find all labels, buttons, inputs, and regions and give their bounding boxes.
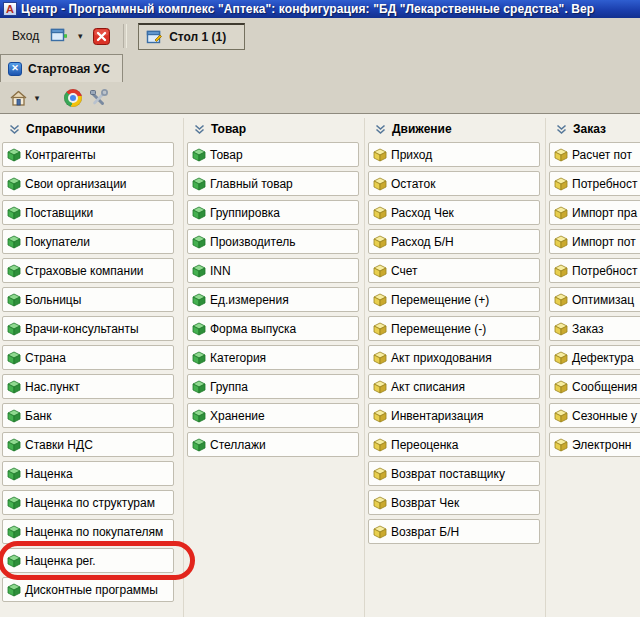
desk-tab-stol-1[interactable]: Стол 1 (1)	[138, 23, 245, 50]
collapse-chevron-icon[interactable]	[194, 124, 205, 135]
new-desk-button[interactable]	[48, 25, 70, 47]
item-label: Хранение	[210, 409, 265, 423]
list-item[interactable]: Страховые компании	[2, 258, 174, 283]
collapse-chevron-icon[interactable]	[9, 124, 20, 135]
list-item[interactable]: Дефектура	[549, 345, 640, 370]
list-item[interactable]: Электронн	[549, 432, 640, 457]
green-cube-icon	[7, 235, 21, 249]
green-cube-icon	[7, 438, 21, 452]
column-header[interactable]: Справочники	[2, 118, 179, 140]
list-item[interactable]: Наценка рег.	[2, 548, 174, 573]
item-label: Производитель	[210, 235, 295, 249]
new-desk-dropdown-arrow-icon[interactable]: ▾	[75, 31, 85, 41]
item-label: Акт списания	[391, 380, 465, 394]
list-item[interactable]: Сезонные у	[549, 403, 640, 428]
list-item[interactable]: Нас.пункт	[2, 374, 174, 399]
yellow-cube-icon	[373, 322, 387, 336]
list-item[interactable]: Группировка	[187, 200, 359, 225]
list-item[interactable]: Главный товар	[187, 171, 359, 196]
yellow-cube-icon	[554, 322, 568, 336]
green-cube-icon	[7, 177, 21, 191]
list-item[interactable]: Расход Чек	[368, 200, 540, 225]
list-item[interactable]: Врачи-консультанты	[2, 316, 174, 341]
yellow-cube-icon	[554, 206, 568, 220]
window-plus-icon	[50, 27, 69, 45]
list-item[interactable]: Расчет пот	[549, 142, 640, 167]
column-header-label: Движение	[392, 122, 452, 136]
item-label: Инвентаризация	[391, 409, 483, 423]
list-item[interactable]: Потребност	[549, 258, 640, 283]
list-item[interactable]: Счет	[368, 258, 540, 283]
list-item[interactable]: Переоценка	[368, 432, 540, 457]
list-item[interactable]: INN	[187, 258, 359, 283]
item-label: Товар	[210, 148, 243, 162]
yellow-cube-icon	[373, 467, 387, 481]
list-item[interactable]: Поставщики	[2, 200, 174, 225]
item-label: Сезонные у	[572, 409, 637, 423]
list-item[interactable]: Сообщения	[549, 374, 640, 399]
column-header[interactable]: Товар	[187, 118, 360, 140]
green-cube-icon	[192, 351, 206, 365]
list-item[interactable]: Возврат Б/Н	[368, 519, 540, 544]
column-header-label: Заказ	[573, 122, 606, 136]
tools-icon	[89, 89, 108, 107]
list-item[interactable]: Группа	[187, 374, 359, 399]
list-item[interactable]: Возврат поставщику	[368, 461, 540, 486]
menu-row: Вход ▾ Стол 1 (1)	[0, 18, 640, 54]
list-item[interactable]: Приход	[368, 142, 540, 167]
list-item[interactable]: Акт приходования	[368, 345, 540, 370]
list-item[interactable]: Импорт пот	[549, 229, 640, 254]
home-dropdown-arrow-icon[interactable]: ▾	[32, 93, 42, 103]
menu-vhod[interactable]: Вход	[8, 27, 43, 45]
item-label: INN	[210, 264, 231, 278]
column-header[interactable]: Заказ	[549, 118, 640, 140]
yellow-cube-icon	[373, 409, 387, 423]
list-item[interactable]: Оптимизац	[549, 287, 640, 312]
list-item[interactable]: Форма выпуска	[187, 316, 359, 341]
desk-window-icon	[146, 29, 163, 45]
list-item[interactable]: Импорт пра	[549, 200, 640, 225]
list-item[interactable]: Хранение	[187, 403, 359, 428]
list-item[interactable]: Перемещение (-)	[368, 316, 540, 341]
list-item[interactable]: Ед.измерения	[187, 287, 359, 312]
item-label: Поставщики	[25, 206, 93, 220]
green-cube-icon	[7, 467, 21, 481]
list-item[interactable]: Товар	[187, 142, 359, 167]
list-item[interactable]: Дисконтные программы	[2, 577, 174, 602]
home-button[interactable]	[7, 87, 29, 109]
list-item[interactable]: Акт списания	[368, 374, 540, 399]
list-item[interactable]: Свои организации	[2, 171, 174, 196]
green-cube-icon	[192, 235, 206, 249]
list-item[interactable]: Производитель	[187, 229, 359, 254]
list-item[interactable]: Стеллажи	[187, 432, 359, 457]
settings-button[interactable]	[87, 87, 109, 109]
list-item[interactable]: Остаток	[368, 171, 540, 196]
collapse-chevron-icon[interactable]	[375, 124, 386, 135]
item-label: Расчет пот	[572, 148, 632, 162]
close-desk-button[interactable]	[90, 25, 112, 47]
list-item[interactable]: Заказ	[549, 316, 640, 341]
list-item[interactable]: Покупатели	[2, 229, 174, 254]
list-item[interactable]: Инвентаризация	[368, 403, 540, 428]
yellow-cube-icon	[373, 438, 387, 452]
browser-button[interactable]	[62, 87, 84, 109]
collapse-chevron-icon[interactable]	[556, 124, 567, 135]
list-item[interactable]: Контрагенты	[2, 142, 174, 167]
column-header[interactable]: Движение	[368, 118, 541, 140]
list-item[interactable]: Банк	[2, 403, 174, 428]
list-item[interactable]: Перемещение (+)	[368, 287, 540, 312]
list-item[interactable]: Ставки НДС	[2, 432, 174, 457]
list-item[interactable]: Страна	[2, 345, 174, 370]
list-item[interactable]: Потребност	[549, 171, 640, 196]
list-item[interactable]: Возврат Чек	[368, 490, 540, 515]
list-item[interactable]: Наценка по структурам	[2, 490, 174, 515]
list-item[interactable]: Расход Б/Н	[368, 229, 540, 254]
list-item[interactable]: Наценка	[2, 461, 174, 486]
tab-startovaya-us[interactable]: ✕ Стартовая УС	[0, 54, 123, 82]
tab-close-icon[interactable]: ✕	[8, 62, 22, 76]
list-item[interactable]: Больницы	[2, 287, 174, 312]
list-item[interactable]: Наценка по покупателям	[2, 519, 174, 544]
green-cube-icon	[192, 264, 206, 278]
list-item[interactable]: Категория	[187, 345, 359, 370]
green-cube-icon	[7, 351, 21, 365]
